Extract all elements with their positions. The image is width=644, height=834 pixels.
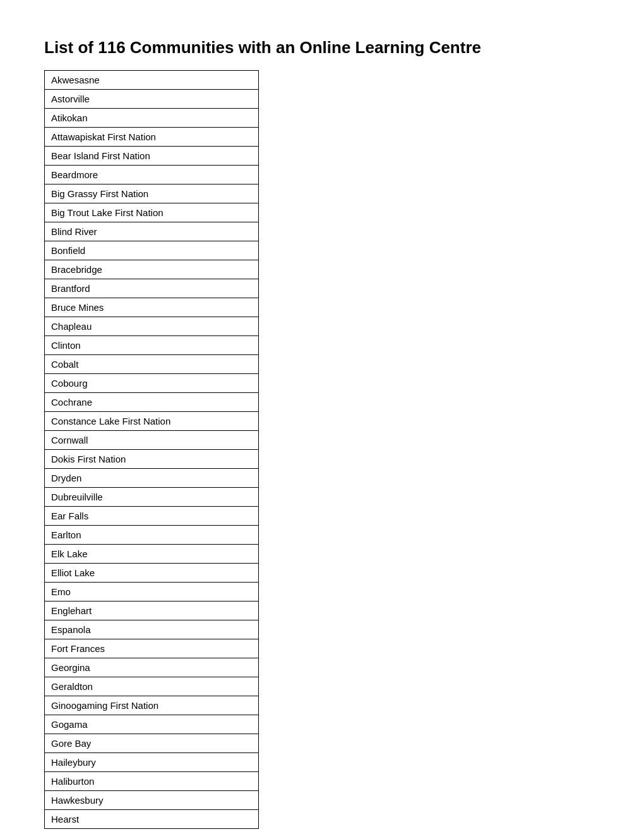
table-row: Dryden <box>45 469 259 488</box>
table-row: Fort Frances <box>45 639 259 658</box>
table-row: Georgina <box>45 658 259 677</box>
community-name: Big Grassy First Nation <box>45 184 259 203</box>
community-name: Cobalt <box>45 355 259 374</box>
community-name: Haileybury <box>45 753 259 772</box>
table-row: Cobourg <box>45 374 259 393</box>
community-name: Gore Bay <box>45 734 259 753</box>
community-name: Astorville <box>45 90 259 109</box>
table-row: Bruce Mines <box>45 298 259 317</box>
table-row: Haileybury <box>45 753 259 772</box>
community-name: Clinton <box>45 336 259 355</box>
community-name: Bruce Mines <box>45 298 259 317</box>
table-row: Gore Bay <box>45 734 259 753</box>
community-name: Big Trout Lake First Nation <box>45 203 259 222</box>
community-name: Georgina <box>45 658 259 677</box>
community-name: Chapleau <box>45 317 259 336</box>
table-row: Astorville <box>45 90 259 109</box>
table-row: Cochrane <box>45 393 259 412</box>
community-name: Atikokan <box>45 109 259 128</box>
community-name: Brantford <box>45 279 259 298</box>
table-row: Akwesasne <box>45 71 259 90</box>
community-name: Emo <box>45 583 259 601</box>
page-title: List of 116 Communities with an Online L… <box>44 38 600 57</box>
community-name: Beardmore <box>45 166 259 184</box>
table-row: Blind River <box>45 222 259 241</box>
community-name: Gogama <box>45 715 259 734</box>
table-row: Hawkesbury <box>45 791 259 810</box>
community-name: Dryden <box>45 469 259 488</box>
table-row: Beardmore <box>45 166 259 184</box>
community-name: Espanola <box>45 620 259 639</box>
community-name: Constance Lake First Nation <box>45 412 259 431</box>
table-row: Hearst <box>45 810 259 829</box>
table-row: Englehart <box>45 601 259 620</box>
table-row: Constance Lake First Nation <box>45 412 259 431</box>
table-row: Haliburton <box>45 772 259 791</box>
table-row: Elliot Lake <box>45 564 259 583</box>
community-name: Elliot Lake <box>45 564 259 583</box>
table-row: Emo <box>45 583 259 601</box>
community-name: Hearst <box>45 810 259 829</box>
table-row: Bonfield <box>45 241 259 260</box>
community-name: Dokis First Nation <box>45 450 259 469</box>
community-name: Blind River <box>45 222 259 241</box>
community-name: Elk Lake <box>45 545 259 564</box>
table-row: Bracebridge <box>45 260 259 279</box>
table-row: Gogama <box>45 715 259 734</box>
table-row: Brantford <box>45 279 259 298</box>
community-name: Cobourg <box>45 374 259 393</box>
community-name: Cochrane <box>45 393 259 412</box>
table-row: Dokis First Nation <box>45 450 259 469</box>
community-name: Fort Frances <box>45 639 259 658</box>
community-table: AkwesasneAstorvilleAtikokanAttawapiskat … <box>44 70 259 829</box>
table-row: Geraldton <box>45 677 259 696</box>
community-name: Earlton <box>45 526 259 545</box>
table-row: Attawapiskat First Nation <box>45 128 259 147</box>
community-name: Bonfield <box>45 241 259 260</box>
table-row: Clinton <box>45 336 259 355</box>
table-row: Big Grassy First Nation <box>45 184 259 203</box>
table-row: Earlton <box>45 526 259 545</box>
table-row: Big Trout Lake First Nation <box>45 203 259 222</box>
table-row: Bear Island First Nation <box>45 147 259 166</box>
table-row: Ear Falls <box>45 507 259 526</box>
community-name: Cornwall <box>45 431 259 450</box>
community-name: Ginoogaming First Nation <box>45 696 259 715</box>
community-name: Akwesasne <box>45 71 259 90</box>
table-row: Elk Lake <box>45 545 259 564</box>
table-row: Chapleau <box>45 317 259 336</box>
community-name: Attawapiskat First Nation <box>45 128 259 147</box>
community-name: Haliburton <box>45 772 259 791</box>
community-name: Dubreuilville <box>45 488 259 507</box>
community-name: Englehart <box>45 601 259 620</box>
community-name: Ear Falls <box>45 507 259 526</box>
community-name: Bear Island First Nation <box>45 147 259 166</box>
table-row: Atikokan <box>45 109 259 128</box>
community-name: Bracebridge <box>45 260 259 279</box>
community-name: Geraldton <box>45 677 259 696</box>
table-row: Espanola <box>45 620 259 639</box>
table-row: Ginoogaming First Nation <box>45 696 259 715</box>
table-row: Dubreuilville <box>45 488 259 507</box>
table-row: Cornwall <box>45 431 259 450</box>
table-row: Cobalt <box>45 355 259 374</box>
community-name: Hawkesbury <box>45 791 259 810</box>
